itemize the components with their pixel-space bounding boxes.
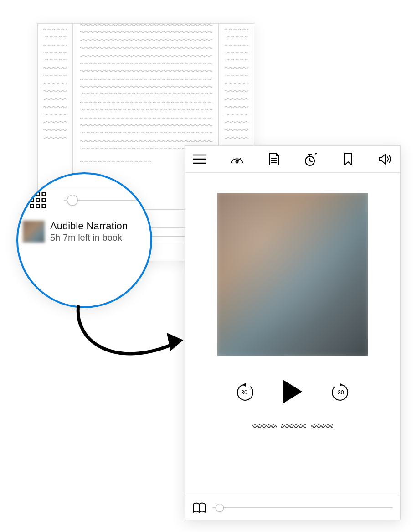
player-bottom-bar [185,496,400,520]
svg-rect-0 [43,28,67,30]
svg-line-60 [310,161,312,162]
svg-rect-33 [225,28,248,30]
svg-rect-34 [225,36,248,38]
svg-rect-63 [281,424,306,428]
svg-rect-2 [43,44,67,46]
svg-rect-18 [80,47,212,49]
reader-margin-text-left [43,28,67,165]
svg-rect-62 [252,424,277,428]
svg-rect-47 [225,137,248,139]
svg-rect-14 [43,137,67,139]
audio-player-panel: z [185,146,400,520]
svg-rect-37 [225,59,248,61]
svg-rect-3 [43,52,67,53]
reader-margin-text-right [225,28,248,165]
svg-rect-26 [80,109,212,111]
play-button[interactable] [281,379,304,406]
svg-rect-27 [80,117,212,119]
playback-controls: 30 30 [235,379,350,406]
svg-rect-4 [43,59,67,61]
svg-rect-28 [80,124,212,126]
return-to-book-icon[interactable] [192,502,206,513]
callout-progress-handle[interactable] [67,195,78,206]
svg-rect-22 [80,78,212,80]
skip-back-amount: 30 [235,389,254,396]
svg-rect-5 [43,67,67,69]
audible-text-block: Audible Narration 5h 7m left in book [50,220,128,243]
svg-rect-15 [80,24,212,26]
menu-icon[interactable] [191,151,208,167]
svg-rect-10 [43,106,67,108]
callout-arrow-icon [69,301,188,374]
volume-icon[interactable] [377,151,394,167]
svg-rect-46 [225,129,248,131]
audible-title: Audible Narration [50,220,128,232]
svg-rect-25 [80,101,212,103]
callout-progress-slider[interactable] [64,200,150,201]
svg-rect-19 [80,55,212,57]
player-toolbar: z [185,146,400,173]
svg-rect-21 [80,70,212,72]
chapters-document-icon[interactable] [266,151,282,167]
audible-narration-row[interactable]: Audible Narration 5h 7m left in book [18,213,150,250]
svg-rect-6 [43,75,67,77]
svg-rect-45 [225,121,248,123]
svg-rect-7 [43,83,67,84]
svg-rect-13 [43,129,67,131]
audible-callout-circle: Audible Narration 5h 7m left in book [16,172,152,308]
svg-rect-36 [225,52,248,53]
svg-rect-11 [43,114,67,115]
svg-rect-17 [80,39,212,41]
svg-rect-32 [80,160,153,162]
book-cover-art [217,193,368,356]
svg-rect-16 [80,31,212,33]
skip-back-30-button[interactable]: 30 [235,383,254,402]
svg-rect-30 [80,140,212,142]
svg-rect-39 [225,75,248,77]
library-grid-icon[interactable] [30,192,46,208]
now-playing-label [252,422,334,431]
svg-rect-9 [43,98,67,100]
svg-rect-43 [225,106,248,108]
svg-rect-44 [225,114,248,115]
skip-forward-30-button[interactable]: 30 [331,383,350,402]
svg-rect-64 [311,424,333,428]
svg-rect-1 [43,36,67,38]
svg-rect-35 [225,44,248,46]
svg-rect-38 [225,67,248,69]
svg-text:z: z [315,152,317,156]
player-progress-slider[interactable] [212,507,393,508]
audible-time-left: 5h 7m left in book [50,232,128,243]
skip-forward-amount: 30 [331,389,350,396]
svg-rect-29 [80,132,212,134]
svg-rect-12 [43,121,67,123]
svg-rect-20 [80,62,212,64]
svg-rect-24 [80,93,212,95]
svg-rect-8 [43,90,67,92]
svg-rect-40 [225,83,248,84]
bookmark-icon[interactable] [340,151,356,167]
audible-thumbnail [23,221,45,243]
speed-gauge-icon[interactable] [229,151,245,167]
svg-rect-41 [225,90,248,92]
player-progress-handle[interactable] [216,504,224,512]
svg-rect-42 [225,98,248,100]
svg-rect-23 [80,86,212,88]
callout-toolbar-row [18,187,150,213]
sleep-timer-icon[interactable]: z [303,151,319,167]
